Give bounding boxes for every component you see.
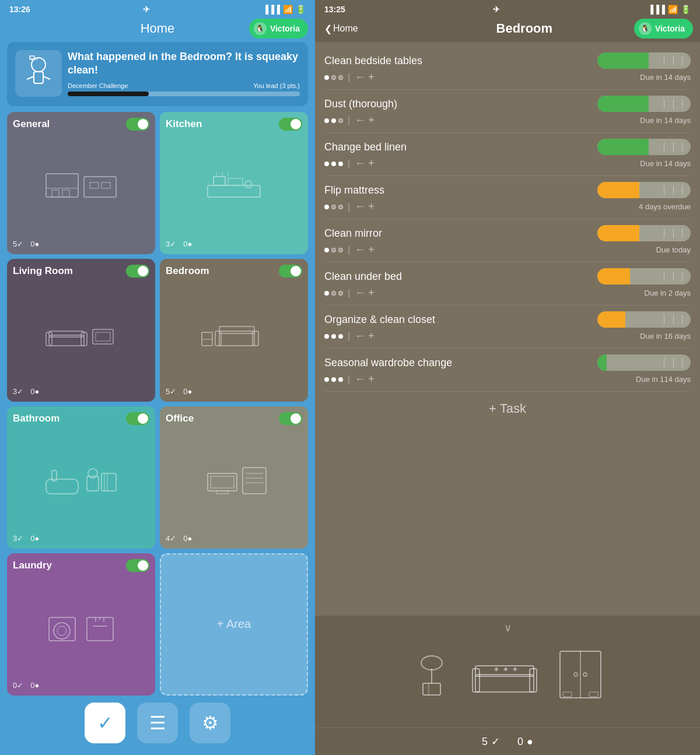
svg-point-66	[583, 673, 587, 676]
svg-rect-32	[46, 479, 78, 494]
toggle-kitchen[interactable]	[279, 118, 302, 131]
room-card-bedroom[interactable]: Bedroom 5✓ 0●	[160, 259, 308, 401]
task-item-seasonal-wardrobe: Seasonal wardrobe change | ← +	[324, 349, 691, 392]
nav-list-button[interactable]: ☰	[137, 703, 178, 743]
toggle-bedroom[interactable]	[279, 265, 302, 278]
room-name-bedroom: Bedroom	[166, 265, 209, 277]
back-button[interactable]: ❮ Home	[324, 23, 358, 34]
nav-settings-button[interactable]: ⚙	[190, 703, 230, 743]
task-item-organize-clean-closet: Organize & clean closet | ← +	[324, 305, 691, 349]
svg-text:STOP: STOP	[30, 57, 38, 61]
add-area-card[interactable]: + Area	[160, 553, 308, 696]
toggle-office[interactable]	[279, 412, 302, 425]
svg-rect-13	[208, 185, 260, 197]
room-completed-general: 5✓	[13, 240, 23, 248]
svg-rect-11	[90, 182, 99, 188]
room-header-bathroom: Bathroom	[13, 412, 149, 425]
task-top-clean-mirror: Clean mirror	[324, 225, 691, 241]
back-chevron-icon: ❮	[324, 23, 332, 34]
task-fill-clean-under-bed	[597, 268, 630, 285]
task-controls-5[interactable]: ← +	[355, 244, 374, 256]
task-controls-8[interactable]: ← +	[355, 373, 374, 385]
bottom-nav: ✓ ☰ ⚙	[0, 696, 315, 755]
svg-rect-27	[219, 326, 254, 333]
room-name-kitchen: Kitchen	[166, 118, 202, 130]
task-controls-3[interactable]: ← +	[355, 157, 374, 170]
task-controls[interactable]: ← +	[355, 71, 374, 83]
room-pending-laundry: 0●	[30, 681, 39, 690]
add-task-button[interactable]: + Task	[324, 392, 691, 426]
task-dots-change-bed-linen: | ← +	[324, 157, 374, 170]
back-label: Home	[333, 23, 358, 34]
profile-button-right[interactable]: 🐧 Victoria	[634, 19, 693, 38]
pending-icon: ●	[527, 736, 533, 748]
room-footer-living-room: 3✓ 0●	[13, 387, 149, 396]
room-completed-bathroom: 3✓	[13, 534, 23, 543]
task-name-clean-mirror: Clean mirror	[324, 227, 382, 240]
task-pill-seasonal-wardrobe	[597, 354, 691, 371]
progress-bar-bg	[68, 92, 300, 96]
location-icon-right: ✈	[493, 5, 500, 14]
profile-button-left[interactable]: 🐧 Victoria	[249, 19, 308, 38]
room-illustration-living-room	[13, 278, 149, 387]
task-bottom-seasonal-wardrobe: | ← + Due in 114 days	[324, 373, 691, 385]
status-icons-left: ▐▐▐ 📶 🔋	[262, 5, 306, 14]
pill-dividers-7	[656, 311, 691, 328]
room-pending-living-room: 0●	[30, 387, 39, 396]
pill-dividers-4	[656, 182, 691, 198]
room-card-office[interactable]: Office 4✓ 0●	[160, 406, 308, 549]
task-due-organize-clean-closet: Due in 16 days	[640, 332, 691, 340]
pill-dividers-6	[656, 268, 691, 285]
challenge-label: December Challenge	[68, 82, 128, 89]
task-due-change-bed-linen: Due in 14 days	[640, 159, 691, 168]
profile-icon-right: 🐧	[639, 22, 652, 35]
wifi-icon: 📶	[283, 5, 293, 14]
header-left: Home 🐧 Victoria	[0, 16, 315, 42]
nav-checklist-button[interactable]: ✓	[85, 703, 125, 743]
collapse-chevron-icon[interactable]: ∨	[504, 622, 512, 634]
svg-rect-7	[84, 177, 116, 197]
room-illustration-general	[13, 131, 149, 240]
add-area-label[interactable]: + Area	[217, 617, 251, 631]
pill-dividers-3	[656, 139, 691, 155]
toggle-laundry[interactable]	[126, 559, 149, 572]
profile-icon-left: 🐧	[254, 22, 267, 35]
room-card-kitchen[interactable]: Kitchen 3✓ 0●	[160, 112, 308, 254]
room-completed-laundry: 0✓	[13, 681, 23, 690]
room-card-living-room[interactable]: Living Room 3✓ 0●	[7, 259, 155, 401]
task-top-change-bed-linen: Change bed linen	[324, 139, 691, 155]
task-controls-7[interactable]: ← +	[355, 330, 374, 342]
task-item-change-bed-linen: Change bed linen | ← +	[324, 133, 691, 176]
task-bottom-dust-thorough: | ← + Due in 14 days	[324, 114, 691, 127]
svg-rect-25	[96, 332, 110, 341]
room-completed-kitchen: 3✓	[166, 240, 176, 248]
bottom-stats: 5 ✓ 0 ●	[315, 728, 700, 755]
task-controls-6[interactable]: ← +	[355, 287, 374, 299]
svg-rect-40	[211, 476, 234, 488]
rooms-grid: General 5✓ 0●	[0, 112, 315, 696]
task-item-flip-mattress: Flip mattress | ← +	[324, 176, 691, 219]
location-icon-left: ✈	[143, 5, 150, 14]
battery-icon-right: 🔋	[681, 5, 691, 14]
svg-rect-54	[423, 683, 440, 695]
room-card-general[interactable]: General 5✓ 0●	[7, 112, 155, 254]
task-controls-2[interactable]: ← +	[355, 114, 374, 127]
room-card-bathroom[interactable]: Bathroom 3✓ 0●	[7, 406, 155, 549]
left-panel: 13:26 ✈ ▐▐▐ 📶 🔋 Home 🐧 Victoria STOP	[0, 0, 315, 755]
svg-rect-46	[49, 617, 75, 641]
task-item-dust-thorough: Dust (thorough) | ← +	[324, 90, 691, 133]
task-pill-organize-clean-closet	[597, 311, 691, 328]
toggle-general[interactable]	[126, 118, 149, 131]
room-preview: ✦ ✦ ✦	[324, 639, 691, 718]
room-footer-bedroom: 5✓ 0●	[166, 387, 302, 396]
task-controls-4[interactable]: ← +	[355, 201, 374, 213]
room-name-general: General	[13, 118, 50, 130]
toggle-living-room[interactable]	[126, 265, 149, 278]
task-name-clean-bedside-tables: Clean bedside tables	[324, 55, 422, 67]
toggle-bathroom[interactable]	[126, 412, 149, 425]
room-card-laundry[interactable]: Laundry 0✓ 0●	[7, 553, 155, 696]
status-bar-left: 13:26 ✈ ▐▐▐ 📶 🔋	[0, 0, 315, 16]
pill-dividers-2	[656, 96, 691, 112]
task-top-dust-thorough: Dust (thorough)	[324, 96, 691, 112]
svg-rect-12	[102, 182, 110, 188]
